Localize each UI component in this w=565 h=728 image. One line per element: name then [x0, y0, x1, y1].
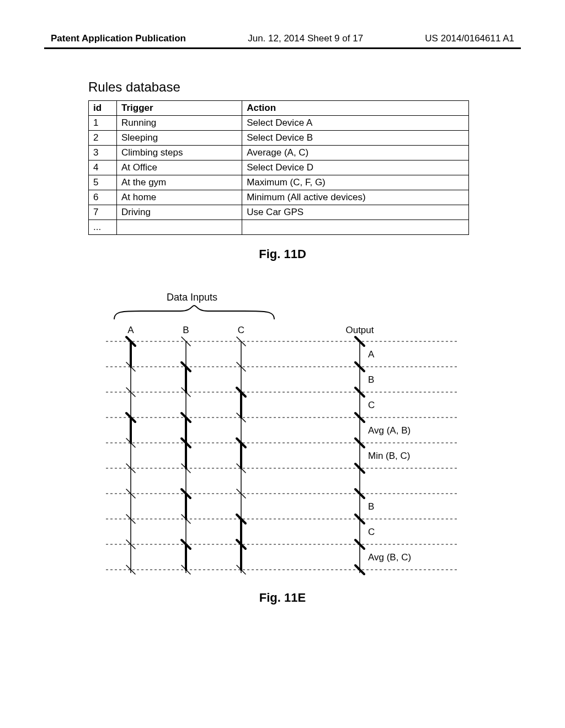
cell-id: 6	[89, 190, 117, 205]
cell-action	[242, 220, 469, 235]
table-row: 5 At the gym Maximum (C, F, G)	[89, 175, 469, 190]
cell-id: 3	[89, 146, 117, 160]
page-header: Patent Application Publication Jun. 12, …	[44, 33, 521, 47]
cell-action: Select Device B	[242, 131, 469, 146]
output-label: B	[368, 374, 374, 385]
cell-action: Average (A, C)	[242, 146, 469, 160]
cell-trigger: Running	[117, 116, 242, 131]
col-heading-a: A	[127, 325, 134, 335]
table-row: ...	[89, 220, 469, 235]
data-inputs-label: Data Inputs	[167, 292, 217, 303]
col-trigger: Trigger	[117, 101, 242, 116]
diagram-svg: A B C Output ABCAvg (A, B)Min (B, C)BCAv…	[100, 292, 465, 579]
cell-action: Maximum (C, F, G)	[242, 175, 469, 190]
table-row: 7 Driving Use Car GPS	[89, 205, 469, 220]
cell-id: 2	[89, 131, 117, 146]
cell-trigger: At home	[117, 190, 242, 205]
cell-id: 4	[89, 160, 117, 175]
cell-trigger: Climbing steps	[117, 146, 242, 160]
output-heading: Output	[345, 325, 374, 335]
diagram-grid: ABCAvg (A, B)Min (B, C)BCAvg (B, C)	[106, 337, 459, 574]
rules-database-title: Rules database	[88, 79, 469, 95]
output-label: Avg (B, C)	[368, 552, 411, 563]
cell-trigger	[117, 220, 242, 235]
brace-icon	[114, 306, 274, 319]
output-label: A	[368, 349, 375, 360]
output-label: Avg (A, B)	[368, 425, 411, 436]
cell-action: Select Device A	[242, 116, 469, 131]
header-center: Jun. 12, 2014 Sheet 9 of 17	[248, 33, 363, 44]
cell-action: Minimum (All active devices)	[242, 190, 469, 205]
header-left: Patent Application Publication	[51, 33, 186, 44]
output-label: C	[368, 527, 375, 537]
cell-id: 7	[89, 205, 117, 220]
table-row: 4 At Office Select Device D	[89, 160, 469, 175]
table-row: 3 Climbing steps Average (A, C)	[89, 146, 469, 160]
cell-action: Select Device D	[242, 160, 469, 175]
col-action: Action	[242, 101, 469, 116]
col-id: id	[89, 101, 117, 116]
figure-11e-label: Fig. 11E	[44, 591, 521, 605]
page: Patent Application Publication Jun. 12, …	[0, 0, 565, 728]
figure-11d-label: Fig. 11D	[44, 247, 521, 261]
output-label: Min (B, C)	[368, 451, 411, 461]
table-row: 1 Running Select Device A	[89, 116, 469, 131]
table-row: 6 At home Minimum (All active devices)	[89, 190, 469, 205]
col-heading-c: C	[238, 325, 244, 335]
cell-id: 5	[89, 175, 117, 190]
cell-id: 1	[89, 116, 117, 131]
cell-action: Use Car GPS	[242, 205, 469, 220]
output-label: C	[368, 400, 375, 410]
cell-trigger: Driving	[117, 205, 242, 220]
header-right: US 2014/0164611 A1	[425, 33, 514, 44]
table-header-row: id Trigger Action	[89, 101, 469, 116]
rules-table: id Trigger Action 1 Running Select Devic…	[88, 100, 469, 235]
figure-11e: Data Inputs A B C Output ABCAvg (A, B)Mi…	[100, 292, 465, 579]
cell-trigger: At Office	[117, 160, 242, 175]
col-heading-b: B	[183, 325, 189, 335]
cell-trigger: At the gym	[117, 175, 242, 190]
table-row: 2 Sleeping Select Device B	[89, 131, 469, 146]
cell-id: ...	[89, 220, 117, 235]
rules-database: Rules database id Trigger Action 1 Runni…	[88, 79, 469, 235]
cell-trigger: Sleeping	[117, 131, 242, 146]
header-rule	[44, 47, 521, 49]
output-label: B	[368, 501, 374, 512]
